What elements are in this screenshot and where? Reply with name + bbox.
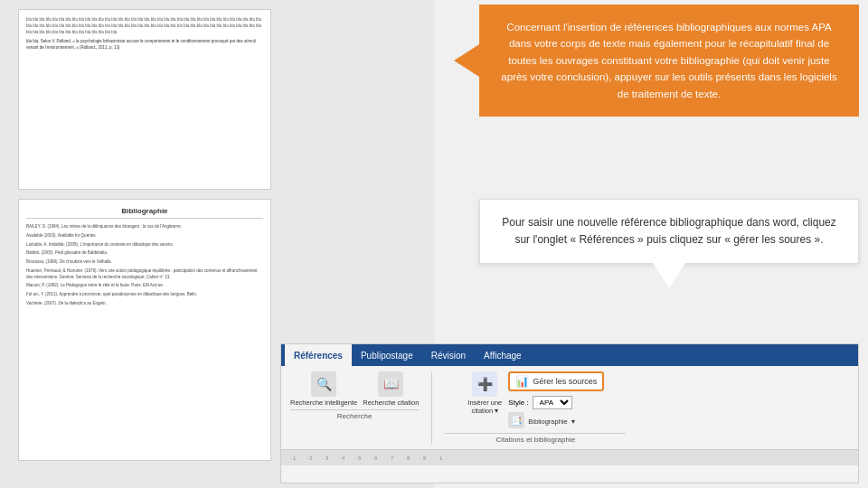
- ruler-mark-3: · 3: [317, 455, 334, 461]
- bibliographie-label: Bibliographie: [528, 418, 567, 426]
- bib-entry-7: Macum, P. (1992). Le Pédagogue entre le …: [26, 283, 263, 289]
- group-recherche: 🔍 Recherche intelligente 📖 Recherche cit…: [290, 371, 419, 420]
- book-icon: 📖: [378, 371, 403, 397]
- ruler-mark-2: · 2: [301, 455, 317, 461]
- tooltip-top: Concernant l'insertion de références bib…: [479, 5, 859, 117]
- recherche-intelligente-label: Recherche intelligente: [290, 399, 357, 407]
- insert-icon: ➕: [472, 371, 497, 397]
- tooltip-mid-text: Pour saisir une nouvelle référence bibli…: [502, 216, 836, 246]
- bib-entry-8: Fol arc, Y. (2011). Apprendre à prononce…: [26, 292, 263, 298]
- group-citations: ➕ Insérer unecitation ▾ 📊 Gérer les sour…: [445, 371, 626, 444]
- recherche-citation-label: Recherche citation: [363, 399, 419, 407]
- bib-entry-2: Available (2003). Available for Queries.: [26, 233, 263, 239]
- tab-affichage[interactable]: Affichage: [475, 344, 531, 366]
- recherche-intelligente-button[interactable]: 🔍 Recherche intelligente: [290, 371, 357, 407]
- bib-entry-9: Vacherie. (2007). De la dialectica au En…: [26, 301, 263, 307]
- ruler-mark-5: · 5: [350, 455, 366, 461]
- bib-entry-4: Babbitt, (2005). Petit glossaire de Babb…: [26, 250, 263, 257]
- biblio-icon: 📑: [508, 412, 524, 428]
- bibliography-page: Bibliographie BAILEY, D. (1994). Les mèr…: [18, 199, 271, 461]
- separator-1: [431, 371, 432, 444]
- recherche-citation-button[interactable]: 📖 Recherche citation: [363, 371, 419, 407]
- bibliography-title: Bibliographie: [26, 207, 263, 219]
- style-select[interactable]: APA: [533, 396, 572, 409]
- gerer-sources-label: Gérer les sources: [533, 377, 597, 386]
- tooltip-top-text: Concernant l'insertion de références bib…: [501, 22, 836, 99]
- doc-citation-text: bla bla. Selon V. Rolland, « la psycholo…: [26, 39, 263, 52]
- ruler-marks: · 1 · 2 · 3 · 4 · 5 · 6 · 7 · 8 · 9 · 1: [285, 455, 448, 461]
- doc-placeholder-text: bla bla bla bla bla bla bla bla bla bla …: [26, 17, 263, 35]
- table-icon: 📊: [515, 375, 529, 388]
- gerer-sources-button[interactable]: 📊 Gérer les sources: [508, 371, 604, 391]
- search-icon: 🔍: [311, 371, 336, 397]
- ruler-mark-6: · 6: [366, 455, 382, 461]
- ruler-mark-7: · 7: [382, 455, 399, 461]
- ruler-mark-9: · 9: [415, 455, 431, 461]
- tab-references[interactable]: Références: [285, 344, 352, 366]
- ruler-mark-4: · 4: [334, 455, 350, 461]
- bib-entry-5: Bourassa, (1999). De choukiné vers le Va…: [26, 259, 263, 266]
- chevron-down-icon: ▾: [571, 418, 575, 426]
- ribbon-area: Références Publipostage Révision Afficha…: [280, 343, 859, 483]
- inserer-citation-button[interactable]: ➕ Insérer unecitation ▾: [467, 371, 503, 415]
- ruler: · 1 · 2 · 3 · 4 · 5 · 6 · 7 · 8 · 9 · 1: [281, 449, 858, 465]
- inserer-citation-label: Insérer unecitation ▾: [467, 399, 502, 415]
- text-document-page: bla bla bla bla bla bla bla bla bla bla …: [18, 9, 271, 190]
- bib-entry-1: BAILEY, D. (1994). Les mères de la délin…: [26, 224, 263, 230]
- ribbon-tabs: Références Publipostage Révision Afficha…: [281, 344, 858, 366]
- citations-group-name: Citations et bibliographie: [445, 433, 626, 444]
- right-buttons: 📊 Gérer les sources Style : APA 📑 Biblio…: [508, 371, 604, 430]
- tab-revision[interactable]: Révision: [422, 344, 475, 366]
- bib-entry-6: Huamen, Perreaud, & Hutrurier. (1979). V…: [26, 268, 263, 281]
- style-row: Style : APA: [508, 396, 604, 409]
- citations-items: ➕ Insérer unecitation ▾ 📊 Gérer les sour…: [467, 371, 604, 430]
- recherche-items: 🔍 Recherche intelligente 📖 Recherche cit…: [290, 371, 419, 407]
- bib-entry-3: Lactable, A. Inélaible, (2008). L'import…: [26, 242, 263, 249]
- ruler-mark-8: · 8: [399, 455, 415, 461]
- recherche-group-name: Recherche: [290, 409, 419, 420]
- bibliographie-button[interactable]: 📑 Bibliographie ▾: [508, 412, 604, 430]
- main-container: bla bla bla bla bla bla bla bla bla bla …: [0, 0, 868, 488]
- ruler-mark-10: · 1: [431, 455, 448, 461]
- tab-publipostage[interactable]: Publipostage: [352, 344, 422, 366]
- ruler-mark-1: · 1: [285, 455, 301, 461]
- ribbon-body: 🔍 Recherche intelligente 📖 Recherche cit…: [281, 366, 858, 449]
- style-label: Style :: [508, 399, 528, 407]
- tooltip-mid: Pour saisir une nouvelle référence bibli…: [479, 199, 859, 264]
